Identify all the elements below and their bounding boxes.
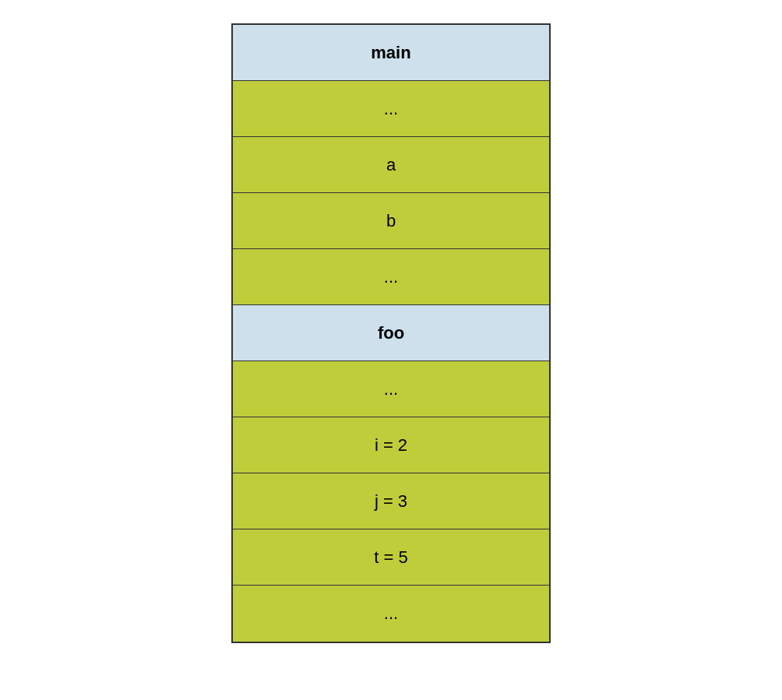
row-ellipsis-1: ... [233, 81, 549, 137]
main-header: main [233, 25, 549, 81]
call-stack-table: main...ab...foo...i = 2j = 3t = 5... [231, 23, 551, 643]
row-j: j = 3 [233, 473, 549, 529]
row-a: a [233, 137, 549, 193]
row-t: t = 5 [233, 529, 549, 586]
row-ellipsis-3: ... [233, 361, 549, 417]
row-ellipsis-2: ... [233, 249, 549, 305]
foo-header: foo [233, 305, 549, 361]
row-ellipsis-4: ... [233, 586, 549, 642]
row-b: b [233, 193, 549, 249]
row-i: i = 2 [233, 417, 549, 473]
